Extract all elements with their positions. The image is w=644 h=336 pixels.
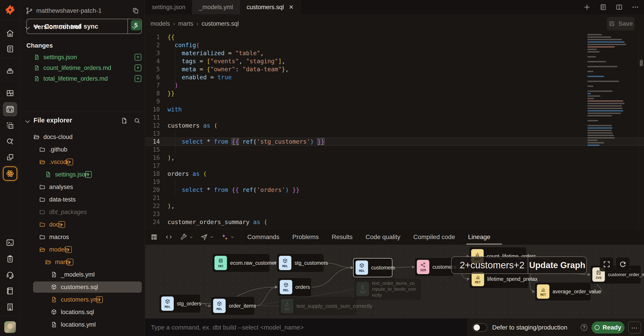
editor-scrollbar[interactable] [638, 33, 644, 229]
notebook-icon[interactable] [3, 42, 17, 56]
stage-plus-icon[interactable] [134, 75, 141, 82]
lineage-node-torder[interactable]: TSTtest_order_items_compute_to_bools_cor… [354, 278, 421, 300]
code-line-3[interactable]: 3 materialized = "table", [145, 49, 644, 57]
file-explorer-header[interactable]: File explorer [26, 117, 72, 124]
lineage-node-stgc[interactable]: MDLstg_customers [276, 254, 324, 272]
tree-item--vscode[interactable]: .vscode [20, 156, 145, 168]
tree-item-customers-sql[interactable]: customers.sql [20, 281, 145, 293]
tree-item-locations-sql[interactable]: locations.sql [20, 306, 145, 318]
lineage-node-raw[interactable]: SRCecom.raw_customers [212, 254, 270, 272]
code-line-23[interactable]: 23 [145, 210, 644, 218]
code-line-15[interactable]: 15 [145, 146, 644, 154]
select-area-icon[interactable] [3, 118, 17, 133]
tab-settings-json[interactable]: settings.json [145, 0, 192, 14]
code-line-16[interactable]: 16), [145, 154, 644, 162]
tab--models-yml[interactable]: _models.yml [192, 0, 240, 14]
dbt-logo-icon[interactable] [4, 4, 16, 16]
tree-item--github[interactable]: .github [20, 144, 145, 155]
tree-item-macros[interactable]: macros [20, 231, 145, 243]
code-line-11[interactable]: 11 [145, 113, 644, 121]
code-line-10[interactable]: 10with [145, 105, 644, 113]
code-line-8[interactable]: 8}} [145, 89, 644, 97]
breadcrumb[interactable]: models› marts› customers.sql [150, 20, 239, 27]
panel-tab-problems[interactable]: Problems [292, 234, 319, 241]
change-item[interactable]: count_lifetime_orders.md [20, 62, 145, 73]
user-avatar[interactable] [4, 321, 16, 333]
atom-icon[interactable] [3, 166, 17, 181]
code-line-24[interactable]: 24customer_orders_summary as ( [145, 218, 644, 226]
defer-toggle[interactable] [472, 323, 487, 332]
notebook-icon[interactable] [599, 3, 607, 11]
code-window-icon[interactable] [3, 102, 17, 116]
code-line-20[interactable]: 20 select * from {{ ref('orders') }} [145, 186, 644, 194]
command-input[interactable] [145, 319, 467, 336]
code-line-18[interactable]: 18orders as ( [145, 170, 644, 178]
lineage-canvas[interactable]: SRCecom.raw_customersMDLstg_customersMDL… [145, 245, 644, 318]
close-tab-icon[interactable]: ✕ [289, 4, 294, 11]
code-line-7[interactable]: 7 ) [145, 81, 644, 89]
stage-plus-icon[interactable] [134, 54, 141, 60]
help-icon[interactable]: ? [581, 324, 588, 331]
search-insights-icon[interactable] [3, 134, 17, 148]
tree-item-docs[interactable]: docs [20, 219, 145, 230]
windows-icon[interactable] [3, 150, 17, 164]
save-button[interactable]: Save [607, 17, 634, 30]
tree-item--models-yml[interactable]: _models.yml [20, 269, 145, 280]
code-line-2[interactable]: 2 config( [145, 41, 644, 49]
code-line-1[interactable]: 1{{ [145, 33, 644, 41]
commit-and-sync-button[interactable]: Commit and sync [26, 19, 142, 34]
sparkle-icon[interactable] [221, 233, 234, 241]
split-editor-icon[interactable] [616, 3, 623, 11]
lineage-node-aov[interactable]: METaverage_order_value [535, 282, 591, 301]
tree-item-settings-json[interactable]: settings.json [20, 169, 145, 180]
tree-item-customers-yml[interactable]: customers.yml [20, 294, 145, 305]
tab-customers-sql[interactable]: customers.sql✕ [240, 0, 300, 14]
more-actions-icon[interactable] [632, 3, 639, 11]
status-badge[interactable]: Ready [592, 322, 624, 334]
new-file-icon[interactable] [120, 117, 128, 125]
code-line-14[interactable]: 14 select * from {{ ref('stg_customers')… [145, 138, 644, 146]
lineage-selector-input[interactable]: 2+customers+2 [452, 257, 528, 274]
building-icon[interactable] [3, 300, 17, 314]
update-graph-button[interactable]: Update Graph [528, 257, 586, 274]
headset-icon[interactable] [3, 267, 17, 282]
panel-tab-code-quality[interactable]: Code quality [366, 234, 400, 241]
terminal-icon[interactable] [3, 236, 17, 250]
lineage-node-csem[interactable]: SEMcustomers [414, 258, 454, 276]
code-slash-icon[interactable] [165, 233, 173, 241]
home-icon[interactable] [3, 26, 17, 40]
tree-item-marts[interactable]: marts [20, 256, 145, 268]
lineage-node-stgo[interactable]: MDLstg_orders [159, 294, 200, 313]
tray-icon[interactable] [3, 63, 17, 78]
code-line-13[interactable]: 13 [145, 130, 644, 138]
dashboard-icon[interactable] [3, 86, 17, 100]
commit-options-dropdown[interactable] [128, 19, 141, 33]
new-tab-icon[interactable] [583, 3, 591, 11]
code-line-12[interactable]: 12customers as ( [145, 121, 644, 130]
lineage-node-oi[interactable]: MDLorder_items [211, 297, 255, 315]
tree-item-models[interactable]: models [20, 244, 145, 255]
code-line-17[interactable]: 17 [145, 162, 644, 170]
fullscreen-button[interactable] [600, 257, 614, 272]
tree-item-dbt-packages[interactable]: dbt_packages [20, 206, 145, 218]
code-editor[interactable]: 1{{2 config(3 materialized = "table",4 t… [145, 33, 644, 229]
code-line-19[interactable]: 19 [145, 178, 644, 186]
search-files-icon[interactable] [134, 117, 141, 125]
clipboard-icon[interactable] [3, 252, 17, 266]
send-icon[interactable] [200, 233, 214, 241]
panel-tab-lineage[interactable]: Lineage [468, 234, 490, 241]
stage-plus-icon[interactable] [134, 64, 141, 71]
code-line-9[interactable]: 9 [145, 97, 644, 105]
table-icon[interactable] [150, 233, 158, 241]
refresh-graph-button[interactable] [616, 257, 630, 272]
tree-item-data-tests[interactable]: data-tests [20, 194, 145, 205]
branch-selector[interactable]: matthewshaver-patch-1 [20, 0, 145, 21]
code-line-6[interactable]: 6 enabled = true [145, 73, 644, 81]
tree-item-locations-yml[interactable]: locations.yml [20, 319, 145, 331]
change-item[interactable]: total_lifetime_orders.md [20, 73, 145, 84]
code-line-5[interactable]: 5 meta = {"owner": "data-team"}, [145, 65, 644, 73]
panel-tab-compiled-code[interactable]: Compiled code [413, 234, 455, 241]
panel-tab-commands[interactable]: Commands [247, 234, 279, 241]
lineage-node-ord[interactable]: MDLorders [278, 278, 312, 297]
copy-icon[interactable] [132, 7, 140, 14]
